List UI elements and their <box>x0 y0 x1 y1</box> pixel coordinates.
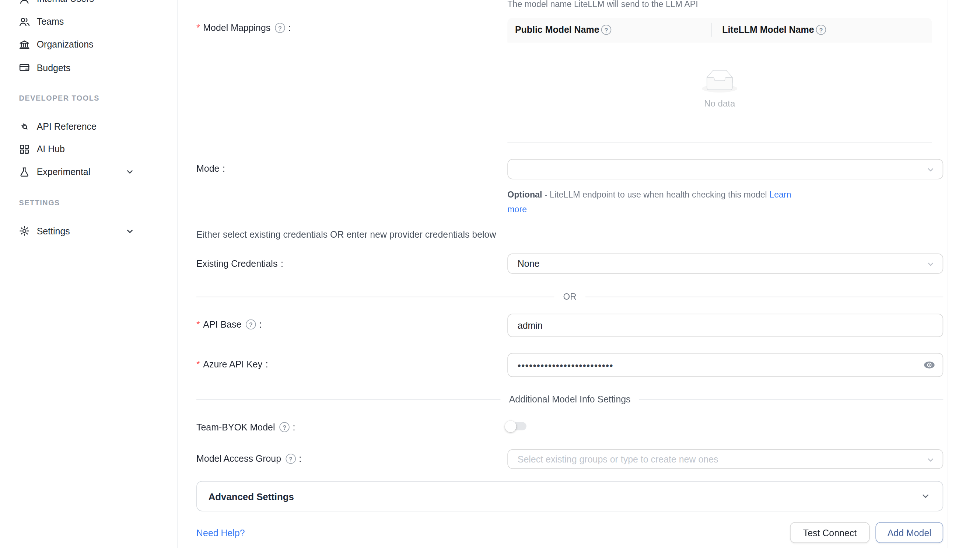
api-base-value: admin <box>518 320 542 331</box>
mode-label: Mode : <box>196 164 225 174</box>
eye-icon <box>924 359 935 371</box>
sidebar: Internal Users Teams Organizations Budge… <box>0 0 178 548</box>
model-access-group-select[interactable]: Select existing groups or type to create… <box>508 449 943 469</box>
user-icon <box>19 0 30 4</box>
sidebar-section-developer-tools: DEVELOPER TOOLS <box>19 94 99 102</box>
api-base-label: * API Base ? : <box>196 320 262 330</box>
grid-icon <box>19 143 30 154</box>
advanced-settings-panel[interactable]: Advanced Settings <box>196 481 943 511</box>
teams-icon <box>19 16 30 27</box>
chevron-down-icon <box>927 166 935 173</box>
api-base-input[interactable]: admin <box>508 314 943 337</box>
model-access-group-label: Model Access Group ? : <box>196 454 301 464</box>
mode-select[interactable] <box>508 159 943 180</box>
sidebar-item-settings[interactable]: Settings <box>0 220 177 242</box>
plug-icon <box>19 121 30 132</box>
azure-api-key-label: * Azure API Key : <box>196 359 268 370</box>
test-connect-button[interactable]: Test Connect <box>790 522 870 543</box>
need-help-link[interactable]: Need Help? <box>196 528 245 538</box>
help-icon[interactable]: ? <box>279 422 290 432</box>
help-icon[interactable]: ? <box>286 454 296 464</box>
bank-icon <box>19 39 30 50</box>
help-icon[interactable]: ? <box>816 25 826 35</box>
model-access-group-placeholder: Select existing groups or type to create… <box>518 454 718 464</box>
gear-icon <box>19 226 30 236</box>
column-public-model-name: Public Model Name ? <box>508 25 711 35</box>
existing-credentials-value: None <box>518 259 540 269</box>
existing-credentials-label: Existing Credentials : <box>196 259 283 269</box>
sidebar-item-budgets[interactable]: Budgets <box>0 56 177 79</box>
litellm-add-model-page: Internal Users Teams Organizations Budge… <box>0 0 980 548</box>
toggle-knob <box>505 421 516 432</box>
sidebar-item-label: Internal Users <box>37 0 94 4</box>
empty-inbox-icon <box>702 70 737 92</box>
sidebar-item-internal-users[interactable]: Internal Users <box>0 0 177 10</box>
team-byok-label: Team-BYOK Model ? : <box>196 422 295 432</box>
required-mark: * <box>196 359 200 370</box>
team-byok-toggle[interactable] <box>506 422 527 430</box>
additional-settings-divider: Additional Model Info Settings <box>196 394 943 405</box>
chevron-down-icon <box>927 260 935 268</box>
credentials-note: Either select existing credentials OR en… <box>196 229 496 239</box>
model-mappings-label: * Model Mappings ? : <box>196 23 291 33</box>
required-mark: * <box>196 320 200 330</box>
azure-api-key-input[interactable]: ••••••••••••••••••••••••• <box>508 353 943 377</box>
add-model-button[interactable]: Add Model <box>875 522 943 543</box>
no-data-text: No data <box>704 99 735 109</box>
or-divider: OR <box>196 292 943 302</box>
sidebar-item-label: Settings <box>37 226 70 236</box>
sidebar-item-api-reference[interactable]: API Reference <box>0 115 177 138</box>
additional-settings-divider-text: Additional Model Info Settings <box>500 394 640 405</box>
sidebar-section-settings: SETTINGS <box>19 199 60 207</box>
chevron-down-icon <box>927 455 935 463</box>
sidebar-item-teams[interactable]: Teams <box>0 10 177 33</box>
sidebar-item-label: Experimental <box>37 167 91 177</box>
help-icon[interactable]: ? <box>275 23 285 33</box>
model-name-note: The model name LiteLLM will send to the … <box>508 0 698 9</box>
column-litellm-model-name: LiteLLM Model Name ? <box>712 25 826 35</box>
azure-api-key-value: ••••••••••••••••••••••••• <box>518 360 613 370</box>
sidebar-item-label: Teams <box>37 17 64 27</box>
or-divider-text: OR <box>554 292 585 302</box>
toggle-password-visibility-button[interactable] <box>924 359 935 371</box>
sidebar-item-label: Organizations <box>37 40 94 50</box>
sidebar-item-organizations[interactable]: Organizations <box>0 33 177 56</box>
sidebar-item-label: AI Hub <box>37 144 65 154</box>
sidebar-item-experimental[interactable]: Experimental <box>0 160 177 183</box>
help-icon[interactable]: ? <box>601 25 612 35</box>
model-mappings-table: Public Model Name ? LiteLLM Model Name ? <box>508 18 932 143</box>
sidebar-item-ai-hub[interactable]: AI Hub <box>0 137 177 160</box>
credit-card-icon <box>19 62 30 73</box>
chevron-down-icon <box>921 492 930 500</box>
mode-help-text: Optional - LiteLLM endpoint to use when … <box>508 188 809 217</box>
content-right-border <box>948 0 948 548</box>
flask-icon <box>19 166 30 177</box>
chevron-down-icon <box>125 227 134 236</box>
help-icon[interactable]: ? <box>246 320 256 330</box>
empty-state: No data <box>508 70 932 108</box>
existing-credentials-select[interactable]: None <box>508 253 943 274</box>
required-mark: * <box>196 23 200 33</box>
sidebar-item-label: API Reference <box>37 121 97 132</box>
advanced-settings-title: Advanced Settings <box>197 491 294 502</box>
table-header: Public Model Name ? LiteLLM Model Name ? <box>508 18 932 42</box>
chevron-down-icon <box>125 167 134 176</box>
sidebar-item-label: Budgets <box>37 62 71 73</box>
